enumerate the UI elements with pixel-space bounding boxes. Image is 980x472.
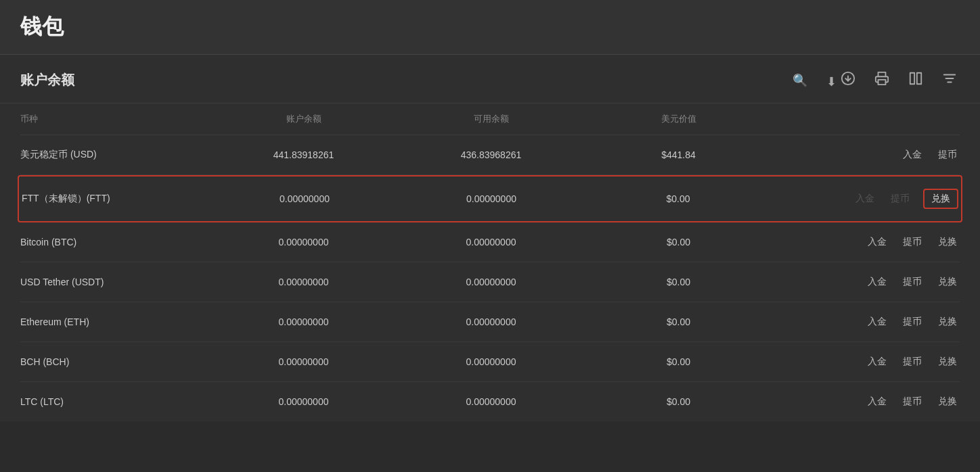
- table-row: 美元稳定币 (USD)441.83918261436.83968261$441.…: [20, 135, 960, 175]
- withdraw-button[interactable]: 提币: [935, 147, 960, 162]
- deposit-button[interactable]: 入金: [900, 147, 925, 162]
- currency-name: USD Tether (USDT): [20, 277, 210, 287]
- deposit-button[interactable]: 入金: [865, 354, 889, 369]
- exchange-button[interactable]: 兑换: [935, 394, 960, 409]
- download-icon[interactable]: [824, 68, 858, 92]
- withdraw-button[interactable]: 提币: [900, 354, 925, 369]
- account-balance: 0.00000000: [210, 277, 397, 287]
- account-balance: 0.00000000: [210, 237, 397, 247]
- section-title: 账户余额: [20, 71, 74, 89]
- exchange-button[interactable]: 兑换: [923, 189, 958, 209]
- currency-name: Bitcoin (BTC): [20, 237, 210, 247]
- section-header: 账户余额: [0, 55, 980, 103]
- table-row: LTC (LTC)0.000000000.00000000$0.00入金提币兑换: [20, 382, 960, 421]
- deposit-button[interactable]: 入金: [865, 275, 889, 289]
- available-balance: 0.00000000: [397, 277, 585, 287]
- usd-value: $0.00: [585, 396, 772, 407]
- svg-rect-3: [910, 73, 914, 85]
- table-body: 美元稳定币 (USD)441.83918261436.83968261$441.…: [20, 135, 960, 421]
- table-row: Ethereum (ETH)0.000000000.00000000$0.00入…: [20, 302, 960, 342]
- available-balance: 0.00000000: [397, 396, 585, 407]
- action-buttons: 入金提币兑换: [772, 235, 960, 250]
- deposit-button: 入金: [853, 191, 877, 206]
- account-balance: 0.00000000: [210, 356, 397, 367]
- usd-value: $0.00: [585, 277, 772, 287]
- usd-value: $441.84: [585, 149, 772, 160]
- header-usd-value: 美元价值: [585, 113, 772, 125]
- page-title: 钱包: [20, 14, 64, 39]
- account-balance: 0.00000000: [211, 193, 398, 204]
- action-buttons: 入金提币兑换: [772, 354, 960, 369]
- print-icon[interactable]: [872, 68, 892, 92]
- currency-name: BCH (BCH): [20, 356, 210, 367]
- usd-value: $0.00: [585, 316, 772, 327]
- deposit-button[interactable]: 入金: [865, 314, 889, 329]
- svg-rect-4: [917, 73, 921, 85]
- usd-value: $0.00: [585, 193, 772, 204]
- account-balance: 441.83918261: [210, 149, 397, 160]
- svg-rect-2: [878, 80, 886, 85]
- action-buttons: 入金提币兑换: [772, 314, 960, 329]
- toolbar-icons: [790, 68, 960, 92]
- available-balance: 0.00000000: [398, 193, 585, 204]
- currency-name: FTT（未解锁）(FTT): [22, 193, 211, 205]
- account-balance: 0.00000000: [210, 396, 397, 407]
- action-buttons: 入金提币兑换: [772, 275, 960, 289]
- withdraw-button[interactable]: 提币: [900, 275, 925, 289]
- withdraw-button[interactable]: 提币: [900, 394, 925, 409]
- exchange-button[interactable]: 兑换: [935, 275, 960, 289]
- header-currency: 币种: [20, 113, 210, 125]
- action-buttons: 入金提币: [772, 147, 960, 162]
- balance-table: 币种 账户余额 可用余额 美元价值 美元稳定币 (USD)441.8391826…: [0, 103, 980, 421]
- table-header: 币种 账户余额 可用余额 美元价值: [20, 103, 960, 135]
- withdraw-button[interactable]: 提币: [900, 314, 925, 329]
- header-available: 可用余额: [397, 113, 585, 125]
- account-balance: 0.00000000: [210, 316, 397, 327]
- filter-icon[interactable]: [939, 68, 960, 92]
- withdraw-button[interactable]: 提币: [900, 235, 925, 250]
- available-balance: 0.00000000: [397, 356, 585, 367]
- columns-icon[interactable]: [906, 68, 926, 92]
- currency-name: 美元稳定币 (USD): [20, 149, 210, 161]
- header-balance: 账户余额: [210, 113, 397, 125]
- table-row: BCH (BCH)0.000000000.00000000$0.00入金提币兑换: [20, 342, 960, 382]
- action-buttons: 入金提币兑换: [772, 394, 960, 409]
- main-content: 账户余额: [0, 55, 980, 421]
- usd-value: $0.00: [585, 356, 772, 367]
- page-header: 钱包: [0, 0, 980, 55]
- currency-name: LTC (LTC): [20, 396, 210, 407]
- search-icon[interactable]: [790, 70, 810, 91]
- currency-name: Ethereum (ETH): [20, 316, 210, 327]
- exchange-button[interactable]: 兑换: [935, 235, 960, 250]
- exchange-button[interactable]: 兑换: [935, 314, 960, 329]
- table-row: USD Tether (USDT)0.000000000.00000000$0.…: [20, 262, 960, 302]
- usd-value: $0.00: [585, 237, 772, 247]
- exchange-button[interactable]: 兑换: [935, 354, 960, 369]
- header-actions: [772, 113, 960, 125]
- table-row: FTT（未解锁）(FTT)0.000000000.00000000$0.00入金…: [18, 175, 962, 222]
- action-buttons: 入金提币兑换: [772, 189, 958, 209]
- withdraw-button: 提币: [888, 191, 912, 206]
- table-row: Bitcoin (BTC)0.000000000.00000000$0.00入金…: [20, 222, 960, 262]
- available-balance: 436.83968261: [397, 149, 585, 160]
- deposit-button[interactable]: 入金: [865, 235, 889, 250]
- available-balance: 0.00000000: [397, 316, 585, 327]
- deposit-button[interactable]: 入金: [865, 394, 889, 409]
- available-balance: 0.00000000: [397, 237, 585, 247]
